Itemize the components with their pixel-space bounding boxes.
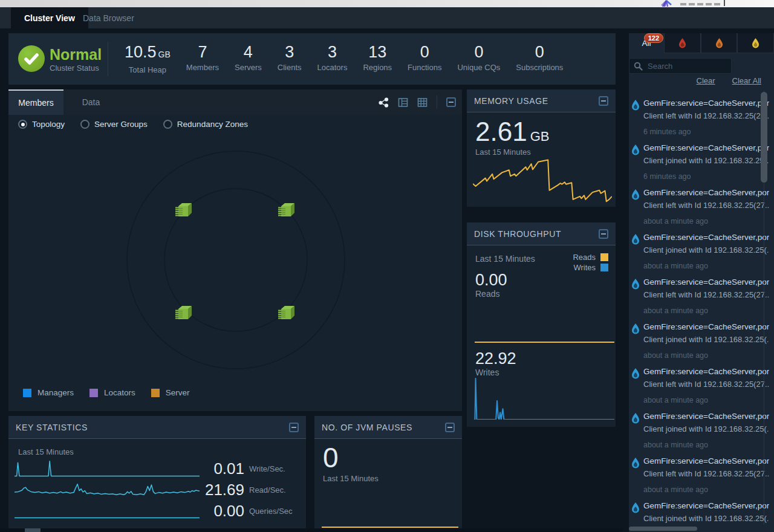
tab-members-label: Members	[18, 98, 53, 108]
queries-per-sec-value: 0.00	[200, 502, 244, 521]
stat-label: Locators	[317, 63, 348, 72]
disk-window: Last 15 Minutes	[475, 254, 535, 264]
cluster-status-value: Normal	[50, 45, 102, 63]
key-statistics-title: KEY STATISTICS	[16, 423, 88, 432]
tab-error-notifications[interactable]	[701, 33, 738, 53]
brand-text-fragment	[689, 3, 695, 5]
disk-throughput-title: DISK THROUGHPUT	[474, 229, 561, 239]
queries-per-sec-chart	[15, 502, 200, 521]
severe-flame-icon	[678, 38, 686, 48]
notification-item[interactable]: GemFire:service=CacheServer,port=404 Cli…	[630, 407, 769, 452]
queries-per-sec-label: Queries/Sec	[249, 507, 293, 516]
notification-timestamp: about a minute ago	[643, 440, 769, 450]
write-per-sec-chart	[15, 460, 200, 478]
notification-item[interactable]: GemFire:service=CacheServer,port=404 Cli…	[630, 363, 769, 407]
tab-data-browser[interactable]: Data Browser	[70, 7, 148, 28]
icon-separator	[437, 96, 437, 109]
tab-members[interactable]: Members	[8, 89, 63, 115]
sidebar-vertical-scrollbar-thumb[interactable]	[761, 92, 767, 183]
clear-link[interactable]: Clear	[697, 76, 715, 85]
notification-flame-icon	[631, 368, 640, 379]
stat-label: Unique CQs	[457, 63, 500, 72]
sidebar-horizontal-scrollbar-thumb[interactable]	[629, 527, 697, 531]
stat-value: 0	[474, 43, 483, 61]
member-node-icon[interactable]	[278, 303, 296, 322]
key-statistics-panel: KEY STATISTICS Last 15 Minutes 0.01 Writ…	[8, 416, 306, 532]
notification-item[interactable]: GemFire:service=CacheServer,port=404 Cli…	[630, 229, 769, 273]
notification-item[interactable]: GemFire:service=CacheServer,port=404 Cli…	[630, 184, 769, 229]
tab-warning-notifications[interactable]	[737, 33, 774, 53]
notification-title: GemFire:service=CacheServer,port=404	[643, 232, 769, 243]
notification-message: Client left with Id 192.168.32.25(27..	[643, 290, 769, 300]
notification-flame-icon	[631, 413, 640, 424]
jvm-pauses-title: NO. OF JVM PAUSES	[322, 423, 412, 432]
tab-severe-notifications[interactable]	[664, 33, 701, 53]
notification-item[interactable]: GemFire:service=CacheServer,port=404 Cli…	[630, 273, 769, 318]
notification-message: Client joined with Id 192.168.32.25(..	[643, 155, 769, 166]
notification-timestamp: about a minute ago	[643, 306, 769, 316]
stat-label: Regions	[363, 63, 392, 72]
disk-reads-label: Reads	[475, 289, 499, 299]
main-horizontal-scrollbar-thumb[interactable]	[25, 528, 41, 532]
member-node-icon[interactable]	[278, 201, 296, 219]
keystats-collapse-button[interactable]	[289, 423, 299, 432]
main-horizontal-scrollbar-track	[0, 528, 623, 532]
graph-view-icon[interactable]	[379, 97, 389, 108]
pulse-dashboard: Cluster View Data Browser Normal Cluster…	[0, 0, 774, 532]
warning-flame-icon	[752, 38, 759, 48]
tab-data-label: Data	[82, 97, 100, 107]
disk-legend: Reads Writes	[573, 253, 608, 273]
disk-reads-value: 0.00	[475, 271, 507, 289]
stat-label: Subscriptions	[516, 63, 563, 72]
stat-value: 3	[285, 43, 294, 61]
notification-flame-icon	[631, 323, 640, 334]
brand-text-fragment	[714, 3, 720, 5]
read-per-sec-chart	[15, 481, 200, 499]
member-node-icon[interactable]	[175, 303, 194, 322]
list-view-icon[interactable]	[398, 97, 408, 108]
jvm-pauses-panel: NO. OF JVM PAUSES 0 Last 15 Minutes	[314, 416, 462, 532]
stat-label: Members	[186, 63, 219, 72]
memory-usage-unit: GB	[530, 129, 550, 144]
notification-item[interactable]: GemFire:service=CacheServer,port=404 Cli…	[630, 139, 769, 184]
grid-view-icon[interactable]	[417, 97, 428, 108]
tab-cluster-view-label: Cluster View	[24, 13, 75, 23]
error-flame-icon	[715, 38, 723, 48]
jvm-collapse-button[interactable]	[445, 423, 455, 432]
cluster-stat: 3 Clients	[278, 42, 302, 74]
memory-collapse-button[interactable]	[599, 96, 608, 106]
stat-unit: GB	[158, 50, 171, 59]
notification-search-box	[629, 58, 732, 74]
read-per-sec-row: 21.69 Read/Sec.	[15, 481, 286, 499]
member-node-icon[interactable]	[175, 201, 194, 219]
keystats-window: Last 15 Minutes	[18, 447, 74, 456]
legend-swatch	[23, 389, 31, 397]
legend-swatch	[600, 253, 608, 261]
members-panel: Members Data	[8, 89, 462, 411]
notification-message: Client left with Id 192.168.32.25(27..	[643, 200, 769, 211]
tab-data[interactable]: Data	[63, 89, 119, 115]
stat-label: Clients	[278, 63, 302, 72]
write-per-sec-label: Write/Sec.	[249, 464, 285, 473]
notification-item[interactable]: GemFire:service=CacheServer,port=404 Cli…	[630, 94, 769, 139]
notification-timestamp: about a minute ago	[643, 261, 769, 271]
notification-item[interactable]: GemFire:service=CacheServer,port=404 Cli…	[630, 452, 769, 497]
read-per-sec-label: Read/Sec.	[249, 485, 286, 495]
notification-item[interactable]: GemFire:service=CacheServer,port=404 Cli…	[630, 318, 769, 363]
status-divider	[108, 42, 108, 76]
clear-all-link[interactable]: Clear All	[732, 76, 761, 85]
notification-flame-icon	[631, 458, 640, 469]
topology-canvas	[8, 115, 462, 386]
notification-title: GemFire:service=CacheServer,port=404	[643, 277, 769, 288]
tab-all-notifications[interactable]: All 122	[629, 33, 664, 53]
memory-usage-value: 2.61	[475, 117, 527, 146]
disk-collapse-button[interactable]	[599, 229, 608, 239]
cluster-status-bar: Normal Cluster Status 10.5GB Total Heap …	[8, 33, 616, 85]
notification-title: GemFire:service=CacheServer,port=404	[643, 322, 769, 332]
members-collapse-button[interactable]	[446, 97, 456, 107]
search-input[interactable]	[646, 59, 730, 73]
stat-value: 10.5	[125, 43, 157, 61]
notification-item[interactable]: GemFire:service=CacheServer,port=404 Cli…	[630, 497, 769, 525]
disk-reads-chart	[475, 340, 614, 344]
notification-title: GemFire:service=CacheServer,port=404	[643, 366, 769, 377]
